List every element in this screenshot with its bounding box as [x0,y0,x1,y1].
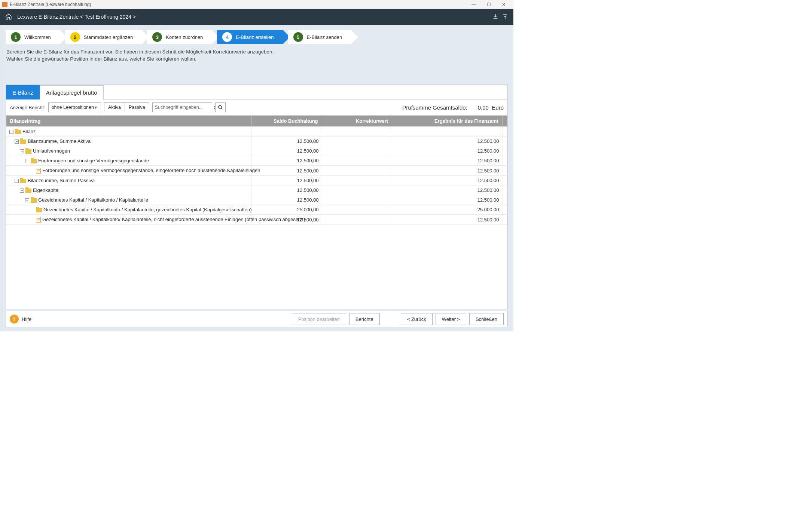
row-label: Gezeichnetes Kapital / Kapitalkonto / Ka… [38,197,148,203]
aktiva-button[interactable]: Aktiva [104,102,125,112]
help-label[interactable]: Hilfe [22,316,31,322]
step-label: Konten zuordnen [166,34,203,40]
cell-saldo: 12.500,00 [252,137,322,146]
tab-e-bilanz[interactable]: E-Bilanz [6,85,40,99]
table-row[interactable]: −Eigenkapital12.500,0012.500,00 [6,186,507,195]
collapse-icon[interactable]: − [25,198,29,202]
wizard-steps: 1Willkommen2Stammdaten ergänzen3Konten z… [0,25,513,44]
table-row[interactable]: Gezeichnetes Kapital / Kapitalkonto / Ka… [6,205,507,215]
footer-bar: ? Hilfe Position bearbeiten Berichte < Z… [6,311,508,327]
cell-korrektur[interactable] [322,127,392,137]
folder-icon [20,179,26,183]
instruction-line1: Bereiten Sie die E-Bilanz für das Finanz… [6,49,507,56]
cell-korrektur[interactable] [322,215,392,225]
passiva-button[interactable]: Passiva [125,102,149,112]
upload-icon[interactable] [502,13,508,21]
document-icon [36,217,41,223]
report-select-value: ohne Leerpositionen [52,105,94,110]
cell-korrektur[interactable] [322,137,392,146]
row-label: Gezeichnetes Kapital / Kapitalkonto/ Kap… [42,217,305,222]
cell-korrektur[interactable] [322,186,392,195]
cell-ergebnis: 12.500,00 [392,146,503,156]
step-number: 3 [152,32,162,42]
minimize-button[interactable]: — [466,0,481,9]
wizard-step-4[interactable]: 4E-Bilanz erstellen [217,30,283,44]
cell-ergebnis: 12.500,00 [392,195,503,205]
collapse-icon[interactable]: − [9,130,13,134]
row-label: Forderungen und sonstige Vermögensgegens… [38,158,149,163]
table-row[interactable]: Forderungen und sonstige Vermögensgegens… [6,166,507,176]
search-button[interactable] [215,102,226,112]
search-input-wrap[interactable]: ✕ [152,102,212,112]
step-number: 2 [70,32,80,42]
cell-korrektur[interactable] [322,176,392,186]
folder-icon [31,198,37,203]
instruction-line2: Wählen Sie die gewünschte Position in de… [6,56,507,63]
maximize-button[interactable]: ☐ [481,0,496,9]
col-ergebnis[interactable]: Ergebnis für das Finanzamt [392,116,503,127]
cell-saldo: 12.500,00 [252,176,322,186]
col-saldo[interactable]: Saldo Buchhaltung [252,116,322,127]
back-button[interactable]: < Zurück [401,313,433,325]
content-area: 1Willkommen2Stammdaten ergänzen3Konten z… [0,25,513,331]
cell-ergebnis: 12.500,00 [392,166,503,176]
tab-anlagespiegel-brutto[interactable]: Anlagespiegel brutto [40,85,104,99]
app-logo-icon [2,2,7,7]
close-window-button[interactable]: ✕ [496,0,511,9]
col-korrektur[interactable]: Korrekturwert [322,116,392,127]
collapse-icon[interactable]: − [15,140,19,144]
pruefsumme-label: Prüfsumme Gesamtsaldo: [402,104,467,111]
cell-ergebnis: 12.500,00 [392,176,503,186]
cell-korrektur[interactable] [322,156,392,166]
instruction-text: Bereiten Sie die E-Bilanz für das Finanz… [0,44,513,67]
wizard-step-1[interactable]: 1Willkommen [6,30,60,44]
download-icon[interactable] [492,13,498,21]
home-icon[interactable] [5,13,12,21]
collapse-icon[interactable]: − [20,149,24,153]
tab-bar: E-BilanzAnlagespiegel brutto [6,85,507,99]
help-icon[interactable]: ? [10,315,19,324]
row-label: Gezeichnetes Kapital / Kapitalkonto / Ka… [43,207,251,212]
edit-position-button[interactable]: Position bearbeiten [292,313,346,325]
folder-icon [20,140,26,144]
folder-icon [25,189,31,193]
report-select[interactable]: ohne Leerpositionen ▼ [48,102,101,112]
reports-button[interactable]: Berichte [349,313,380,325]
col-spacer [502,116,507,127]
collapse-icon[interactable]: − [25,159,29,163]
step-number: 1 [11,32,21,42]
collapse-icon[interactable]: − [20,189,24,193]
report-label: Anzeige Bericht: [10,105,45,110]
cell-korrektur[interactable] [322,146,392,156]
bilanz-table: Bilanzeintrag Saldo Buchhaltung Korrektu… [6,116,507,225]
window-titlebar: E-Bilanz Zentrale (Lexware buchhaltung) … [0,0,513,9]
row-label: Bilanz [22,129,36,134]
cell-ergebnis: 12.500,00 [392,186,503,195]
table-row[interactable]: −Forderungen und sonstige Vermögensgegen… [6,156,507,166]
table-row[interactable]: −Bilanzsumme, Summe Aktiva12.500,0012.50… [6,137,507,146]
cell-saldo: 12.500,00 [252,156,322,166]
pruefsumme-value: 0,00 Euro [478,104,504,111]
step-number: 4 [222,32,232,42]
table-row[interactable]: −Bilanz [6,127,507,137]
wizard-step-5[interactable]: 5E-Bilanz senden [288,30,351,44]
wizard-step-2[interactable]: 2Stammdaten ergänzen [65,30,142,44]
cell-korrektur[interactable] [322,195,392,205]
app-header: Lexware E-Bilanz Zentrale < Test Eröffnu… [0,9,513,25]
cell-korrektur[interactable] [322,166,392,176]
next-button[interactable]: Weiter > [436,313,467,325]
search-input[interactable] [155,105,214,110]
table-row[interactable]: −Bilanzsumme, Summe Passiva12.500,0012.5… [6,176,507,186]
cell-korrektur[interactable] [322,205,392,215]
close-button[interactable]: Schließen [469,313,504,325]
cell-ergebnis [392,127,503,137]
row-label: Eigenkapital [33,187,59,193]
table-row[interactable]: Gezeichnetes Kapital / Kapitalkonto/ Kap… [6,215,507,225]
folder-icon [36,208,42,212]
col-entry[interactable]: Bilanzeintrag [6,116,252,127]
table-row[interactable]: −Gezeichnetes Kapital / Kapitalkonto / K… [6,195,507,205]
main-panel: E-BilanzAnlagespiegel brutto Anzeige Ber… [6,85,508,309]
collapse-icon[interactable]: − [15,179,19,183]
table-row[interactable]: −Umlaufvermögen12.500,0012.500,00 [6,146,507,156]
wizard-step-3[interactable]: 3Konten zuordnen [147,30,212,44]
